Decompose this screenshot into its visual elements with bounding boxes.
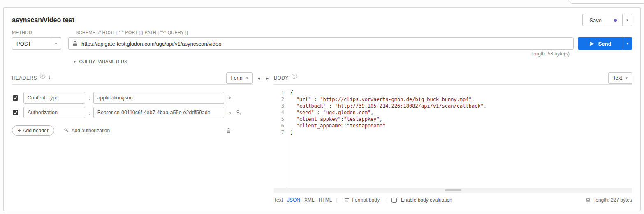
colon-separator: :	[88, 110, 90, 116]
chevron-down-icon: ▾	[627, 41, 629, 46]
save-label: Save	[589, 17, 602, 23]
header-name-input[interactable]	[23, 107, 85, 118]
send-dropdown-button[interactable]: ▾	[623, 37, 632, 50]
send-icon	[589, 41, 595, 46]
page-title: asynscan/video test	[12, 16, 74, 24]
delete-headers-button[interactable]	[226, 128, 231, 133]
url-input[interactable]	[81, 40, 569, 47]
plus-icon: +	[18, 127, 21, 133]
header-rows: : × : ×	[12, 85, 253, 118]
add-header-button[interactable]: + Add header	[12, 125, 54, 136]
authorization-key-button[interactable]	[235, 110, 243, 115]
headers-view-value: Form	[231, 75, 242, 81]
header-row: : ×	[12, 92, 253, 104]
method-label: METHOD	[12, 30, 76, 36]
body-view-value: Text	[613, 75, 622, 81]
body-view-select[interactable]: Text ▾	[608, 72, 632, 84]
enable-body-evaluation-checkbox[interactable]	[391, 198, 397, 203]
body-length: length: 227 bytes	[595, 197, 632, 203]
separator: |	[336, 197, 337, 203]
unsaved-indicator-dot	[614, 19, 617, 22]
delete-body-button[interactable]	[586, 198, 591, 203]
scrollbar-handle[interactable]	[445, 189, 461, 191]
header-enabled-checkbox[interactable]	[13, 95, 18, 101]
send-button-group: Send ▾	[578, 37, 632, 50]
body-title: BODY	[274, 75, 289, 81]
body-title-wrap: BODY ?	[274, 75, 297, 81]
enable-body-evaluation-label: Enable body evaluation	[401, 197, 452, 203]
save-dropdown-button[interactable]: ▾	[623, 14, 632, 26]
method-select[interactable]: POST ▾	[12, 37, 61, 50]
headers-panel-head: HEADERS ? Form ▾	[12, 72, 253, 84]
add-authorization-label: Add authorization	[72, 128, 110, 133]
headers-title: HEADERS	[12, 75, 37, 81]
request-card: asynscan/video test Save ▾ METHOD SCHEME…	[3, 7, 641, 211]
overlay-panel-edge	[568, 0, 644, 4]
url-field-wrap	[68, 37, 574, 50]
save-button[interactable]: Save	[582, 14, 623, 26]
scheme-label: SCHEME :// HOST [ ":" PORT ] [ PATH [ "?…	[76, 30, 188, 36]
format-tab-text[interactable]: Text	[274, 197, 283, 203]
remove-header-button[interactable]: ×	[227, 110, 232, 115]
header-enabled-checkbox[interactable]	[13, 110, 18, 115]
request-controls-row: POST ▾ Send ▾	[12, 37, 632, 50]
line-number-gutter: 1234567	[274, 90, 287, 188]
trash-icon	[226, 128, 231, 133]
lock-icon	[73, 41, 77, 46]
chevron-down-icon: ▾	[625, 76, 628, 80]
help-icon[interactable]: ?	[40, 74, 45, 79]
format-body-button[interactable]: Format body	[342, 197, 382, 203]
format-body-icon	[344, 198, 350, 202]
header-name-input[interactable]	[23, 92, 85, 104]
collapse-left-icon[interactable]: ◂	[258, 76, 260, 81]
body-panel: BODY ? Text ▾ 1234567 { "url" : "http://…	[274, 72, 632, 205]
trash-icon	[586, 198, 591, 203]
headers-panel: HEADERS ? Form ▾ : ×	[12, 72, 253, 205]
remove-header-button[interactable]: ×	[227, 95, 232, 101]
format-tab-html[interactable]: HTML	[319, 197, 332, 203]
title-row: asynscan/video test Save ▾	[12, 13, 632, 28]
query-parameters-label: QUERY PARAMETERS	[79, 59, 127, 64]
format-tab-json[interactable]: JSON	[287, 197, 300, 203]
chevron-down-icon: ▾	[626, 18, 628, 22]
url-length-row: length: 58 byte(s)	[12, 51, 632, 57]
header-value-input[interactable]	[93, 107, 224, 118]
add-header-label: Add header	[23, 128, 49, 133]
key-icon	[236, 110, 242, 115]
send-button[interactable]: Send	[578, 37, 623, 50]
format-body-label: Format body	[352, 197, 380, 203]
help-icon[interactable]: ?	[292, 74, 297, 79]
body-panel-head: BODY ? Text ▾	[274, 72, 632, 84]
method-value: POST	[16, 41, 31, 47]
add-authorization-button[interactable]: Add authorization	[61, 127, 112, 134]
horizontal-scrollbar	[274, 188, 632, 193]
body-footer: Text JSON XML HTML | Format body | Enabl…	[274, 193, 632, 205]
chevron-right-icon: ▸	[74, 60, 76, 64]
key-icon	[64, 128, 69, 133]
colon-separator: :	[88, 95, 90, 101]
headers-title-wrap: HEADERS ?	[12, 75, 53, 81]
panel-splitter: ◂ ▸	[253, 72, 274, 205]
headers-view-select[interactable]: Form ▾	[226, 72, 253, 84]
format-tab-xml[interactable]: XML	[304, 197, 315, 203]
headers-actions: + Add header Add authorization	[12, 125, 253, 136]
separator: |	[386, 197, 387, 203]
sort-headers-icon[interactable]	[48, 75, 53, 80]
save-button-group: Save ▾	[582, 14, 632, 26]
chevron-down-icon: ▾	[246, 76, 248, 80]
send-label: Send	[598, 41, 612, 47]
url-length: length: 58 byte(s)	[531, 51, 570, 57]
query-parameters-toggle[interactable]: ▸ QUERY PARAMETERS	[12, 58, 632, 65]
main-area: HEADERS ? Form ▾ : ×	[12, 72, 632, 205]
collapse-right-icon[interactable]: ▸	[266, 76, 269, 81]
header-value-input[interactable]	[93, 92, 224, 104]
header-row: : ×	[12, 107, 253, 118]
body-code-area[interactable]: { "url" : "http://clips.vorwaerts-gmbh.d…	[287, 90, 632, 188]
field-labels-row: METHOD SCHEME :// HOST [ ":" PORT ] [ PA…	[12, 30, 632, 36]
chevron-down-icon: ▾	[51, 38, 61, 49]
body-editor: 1234567 { "url" : "http://clips.vorwaert…	[274, 85, 632, 188]
